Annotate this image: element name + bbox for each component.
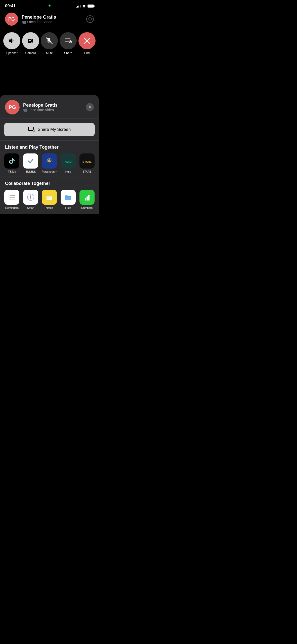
svg-point-19: [10, 195, 11, 196]
app-starz[interactable]: STARZ STARZ: [78, 153, 96, 173]
bottom-sheet: PG Penelope Gratis 📹 FaceTime Video × Sh…: [0, 95, 99, 214]
divider-1: [0, 140, 99, 141]
mute-control[interactable]: Mute: [41, 32, 58, 55]
svg-rect-43: [85, 198, 86, 200]
end-call-icon: [83, 37, 91, 45]
sheet-caller-info: PG Penelope Gratis 📹 FaceTime Video: [5, 100, 58, 114]
svg-text:hulu: hulu: [65, 160, 71, 164]
camera-icon: [27, 37, 34, 45]
wifi-icon: [82, 5, 86, 8]
ticktick-label: TickTick: [26, 170, 36, 173]
svg-point-21: [10, 197, 11, 198]
share-label: Share: [64, 51, 72, 55]
status-icons: [76, 5, 94, 8]
app-numbers[interactable]: Numbers: [78, 190, 96, 209]
svg-rect-8: [26, 156, 35, 166]
sheet-caller-type: 📹 FaceTime Video: [23, 108, 58, 112]
status-time: 09:41: [5, 4, 16, 9]
close-sheet-button[interactable]: ×: [86, 103, 94, 111]
ticktick-logo: [26, 156, 35, 166]
battery-icon: [88, 5, 94, 8]
paramount-label: Paramount+: [42, 170, 57, 173]
sheet-video-icon: 📹: [23, 108, 27, 112]
svg-text:STARZ: STARZ: [82, 160, 92, 163]
tiktok-label: TikTok: [8, 170, 16, 173]
speaker-control[interactable]: Speaker: [3, 32, 20, 55]
caller-type-top: 📹 FaceTime Video: [22, 20, 56, 24]
section-listen-title: Listen and Play Together: [0, 142, 99, 153]
app-paramount[interactable]: ★ ★ ★ ★ ★ Paramount+: [41, 153, 58, 173]
svg-rect-5: [28, 127, 33, 131]
svg-rect-22: [11, 197, 15, 198]
collaborate-together-grid: Reminders Safari: [0, 190, 99, 209]
starz-icon: STARZ: [79, 153, 95, 169]
end-label: End: [84, 51, 90, 55]
svg-rect-7: [7, 156, 17, 166]
signal-bars-icon: [76, 5, 80, 8]
share-my-screen-label: Share My Screen: [38, 127, 71, 132]
ticktick-icon: [23, 153, 38, 169]
green-dot: [49, 5, 51, 7]
call-controls: Speaker Camera Mute Share: [0, 30, 99, 60]
svg-rect-45: [88, 195, 90, 200]
share-control[interactable]: Share: [60, 32, 77, 55]
call-header: PG Penelope Gratis 📹 FaceTime Video ⓘ: [0, 11, 99, 30]
share-button[interactable]: [60, 32, 77, 49]
hulu-icon: hulu: [61, 153, 76, 169]
camera-control[interactable]: Camera: [22, 32, 39, 55]
sheet-caller-name: Penelope Gratis: [23, 103, 58, 108]
notes-icon: [42, 190, 57, 205]
reminders-label: Reminders: [5, 206, 19, 209]
app-files[interactable]: Files: [60, 190, 77, 209]
camera-label: Camera: [25, 51, 36, 55]
app-safari[interactable]: Safari: [22, 190, 39, 209]
reminders-logo: [7, 192, 17, 202]
sheet-header: PG Penelope Gratis 📹 FaceTime Video ×: [0, 95, 99, 119]
notes-label: Notes: [46, 206, 53, 209]
starz-logo: STARZ: [82, 156, 92, 166]
avatar-sheet: PG: [5, 100, 20, 114]
svg-rect-24: [11, 199, 15, 199]
svg-rect-40: [47, 196, 52, 196]
numbers-label: Numbers: [81, 206, 93, 209]
caller-info-top: PG Penelope Gratis 📹 FaceTime Video: [5, 13, 56, 26]
camera-button[interactable]: [22, 32, 39, 49]
files-icon: [61, 190, 76, 205]
notes-logo: [45, 192, 54, 202]
app-hulu[interactable]: hulu Hulu: [60, 153, 77, 173]
tiktok-logo: [7, 156, 17, 166]
svg-rect-20: [11, 195, 15, 196]
end-control[interactable]: End: [78, 32, 96, 55]
svg-point-23: [10, 199, 11, 200]
section-collaborate-title: Collaborate Together: [0, 178, 99, 190]
app-tiktok[interactable]: TikTok: [3, 153, 20, 173]
paramount-logo: ★ ★ ★ ★ ★: [45, 156, 54, 166]
app-reminders[interactable]: Reminders: [3, 190, 20, 209]
speaker-button[interactable]: [3, 32, 20, 49]
speaker-label: Speaker: [6, 51, 18, 55]
speaker-icon: [8, 37, 16, 45]
paramount-icon: ★ ★ ★ ★ ★: [42, 153, 57, 169]
app-ticktick[interactable]: TickTick: [22, 153, 39, 173]
files-logo: [63, 192, 73, 202]
listen-together-grid: TikTok TickTick ★ ★ ★ ★ ★: [0, 153, 99, 173]
mute-label: Mute: [46, 51, 53, 55]
svg-rect-44: [87, 196, 88, 200]
end-button[interactable]: [78, 32, 96, 49]
files-label: Files: [65, 206, 71, 209]
status-bar: 09:41: [0, 0, 99, 11]
video-camera-icon: 📹: [22, 20, 26, 24]
share-screen-icon: [64, 37, 72, 44]
numbers-icon: [79, 190, 95, 205]
app-notes[interactable]: Notes: [41, 190, 58, 209]
hulu-label: Hulu: [65, 170, 71, 173]
numbers-logo: [82, 192, 92, 202]
mute-button[interactable]: [41, 32, 58, 49]
caller-name-top: Penelope Gratis: [22, 15, 56, 20]
mute-icon: [46, 37, 53, 44]
safari-label: Safari: [27, 206, 34, 209]
safari-icon: [23, 190, 38, 205]
share-my-screen-icon: [28, 127, 35, 132]
info-button[interactable]: ⓘ: [86, 15, 94, 23]
share-my-screen-button[interactable]: Share My Screen: [4, 123, 95, 136]
